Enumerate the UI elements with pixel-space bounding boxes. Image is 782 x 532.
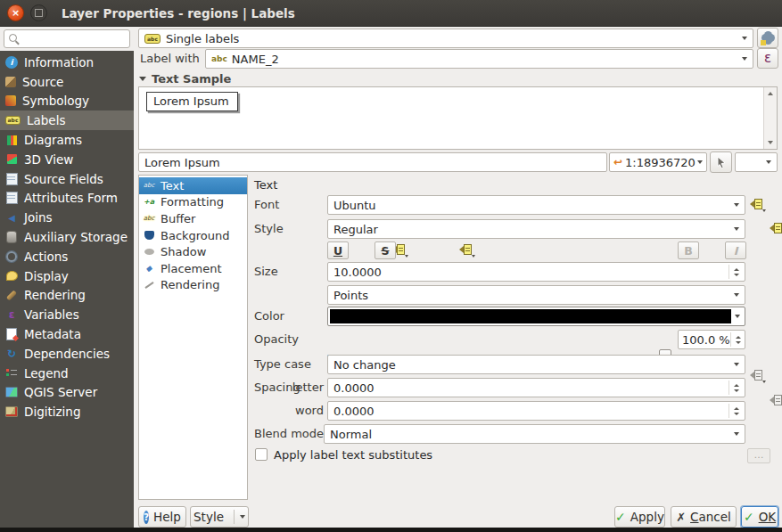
apply-button[interactable]: ✓ Apply [614, 506, 665, 528]
chevron-down-icon [734, 293, 739, 297]
sample-scrollbar[interactable] [763, 87, 777, 149]
close-window-button[interactable]: × [7, 4, 24, 21]
sidebar-item-attributes-form[interactable]: Attributes Form [0, 189, 134, 209]
sidebar-item-3d-view[interactable]: 3D View [0, 150, 134, 169]
sidebar-item-variables[interactable]: Variables [0, 305, 134, 324]
sidebar-item-source-fields[interactable]: Source Fields [0, 169, 134, 189]
preview-scale-select[interactable]: ↩ 1:18936720 [609, 152, 707, 172]
size-unit-select[interactable]: Points [327, 285, 745, 305]
attributes-form-icon [5, 192, 18, 204]
style-dd-button[interactable] [770, 222, 782, 236]
spin-arrows-icon[interactable] [728, 381, 739, 395]
maximize-window-button[interactable] [30, 4, 47, 21]
sidebar-item-digitizing[interactable]: Digitizing [0, 402, 134, 422]
opacity-dd-button[interactable] [750, 369, 766, 383]
expression-builder-button[interactable]: ε [757, 48, 778, 69]
sidebar-item-display[interactable]: Display [0, 266, 134, 286]
sample-text-input[interactable]: Lorem Ipsum [138, 152, 607, 172]
style-label: Style [254, 222, 284, 235]
blend-mode-select[interactable]: Normal [324, 424, 745, 444]
search-icon [9, 34, 17, 42]
tab-shadow[interactable]: Shadow [139, 243, 247, 260]
opacity-spinbox[interactable]: 100.0 % [678, 330, 745, 349]
chevron-down-icon [734, 363, 739, 366]
substitutes-more-button[interactable]: … [747, 448, 770, 463]
formatting-icon [143, 196, 155, 209]
variables-icon [5, 308, 18, 321]
text-color-button[interactable] [327, 307, 745, 326]
text-sample-section-header[interactable]: Text Sample [139, 72, 231, 86]
sidebar-item-information[interactable]: Information [0, 53, 134, 72]
sidebar-search [0, 27, 134, 51]
check-icon: ✓ [615, 511, 626, 523]
sidebar-item-legend[interactable]: Legend [0, 364, 134, 383]
font-style-select[interactable]: Regular [327, 219, 745, 239]
sidebar: Information Source Symbology Labels Diag… [0, 27, 134, 528]
tab-formatting[interactable]: Formatting [139, 194, 247, 211]
sidebar-item-symbology[interactable]: Symbology [0, 92, 134, 111]
font-select[interactable]: Ubuntu [327, 195, 745, 215]
content: abc Single labels Label with abc NAME_2 … [134, 27, 782, 528]
strikethrough-toggle[interactable]: S [375, 241, 396, 259]
text-icon [143, 179, 155, 192]
chevron-down-icon [697, 160, 703, 164]
size-spinbox[interactable]: 10.0000 [327, 262, 745, 282]
rendering-curve-icon [143, 279, 155, 291]
letter-label: letter [288, 381, 324, 394]
strikethrough-dd-button[interactable] [459, 243, 475, 258]
scroll-down-icon[interactable] [768, 141, 773, 144]
sidebar-item-actions[interactable]: Actions [0, 247, 134, 266]
tab-background[interactable]: Background [139, 227, 247, 244]
source-icon [5, 77, 16, 87]
spin-arrows-icon[interactable] [728, 404, 739, 418]
sidebar-item-diagrams[interactable]: Diagrams [0, 130, 134, 150]
sidebar-item-dependencies[interactable]: Dependencies [0, 344, 134, 364]
window-title: Layer Properties - regions | Labels [62, 6, 295, 20]
letter-spacing-spinbox[interactable]: 0.0000 [327, 378, 745, 397]
sidebar-item-qgis-server[interactable]: QGIS Server [0, 383, 134, 403]
help-button[interactable]: ? Help [138, 506, 186, 528]
set-scale-from-canvas-button[interactable] [710, 151, 732, 173]
tab-buffer[interactable]: Buffer [139, 210, 247, 227]
labels-icon [5, 116, 21, 125]
auxiliary-storage-icon [5, 231, 18, 243]
color-label: Color [254, 309, 284, 323]
sidebar-item-source[interactable]: Source [0, 72, 134, 92]
automated-placement-settings-button[interactable] [757, 28, 778, 48]
font-label: Font [254, 198, 279, 211]
underline-toggle[interactable]: U [327, 241, 349, 259]
window-bottom-border [0, 528, 782, 532]
color-swatch [330, 309, 731, 323]
string-field-icon: abc [211, 54, 227, 63]
font-dd-button[interactable] [750, 198, 766, 212]
type-case-dd-button[interactable] [770, 394, 782, 408]
sidebar-item-metadata[interactable]: Metadata [0, 324, 134, 344]
sidebar-nav: Information Source Symbology Labels Diag… [0, 51, 134, 422]
search-input[interactable] [4, 29, 130, 48]
chevron-down-icon [742, 37, 747, 40]
type-case-select[interactable]: No change [327, 355, 745, 374]
tab-text[interactable]: Text [139, 177, 247, 194]
label-with-field-select[interactable]: abc NAME_2 [205, 49, 753, 69]
word-spacing-spinbox[interactable]: 0.0000 [327, 401, 745, 421]
labeling-mode-select[interactable]: abc Single labels [138, 29, 753, 48]
italic-toggle[interactable]: I [725, 241, 746, 259]
style-menu-button[interactable]: Style [190, 506, 249, 528]
tab-rendering[interactable]: Rendering [139, 277, 247, 294]
tab-placement[interactable]: Placement [139, 260, 247, 277]
chevron-down-icon [734, 227, 739, 231]
sidebar-item-labels[interactable]: Labels [0, 110, 134, 130]
spin-arrows-icon[interactable] [728, 265, 739, 279]
sidebar-item-joins[interactable]: Joins [0, 208, 134, 227]
scroll-up-icon[interactable] [768, 92, 773, 95]
ok-button[interactable]: ✓ OK [741, 506, 778, 528]
apply-substitutes-checkbox[interactable] [255, 448, 268, 461]
cancel-button[interactable]: ✗ Cancel [671, 506, 737, 528]
sidebar-item-auxiliary-storage[interactable]: Auxiliary Storage [0, 227, 134, 247]
sidebar-item-rendering[interactable]: Rendering [0, 286, 134, 306]
font-preview-size-select[interactable] [735, 152, 778, 172]
information-icon [5, 56, 18, 69]
bold-toggle[interactable]: B [678, 241, 699, 259]
panel-title: Text [254, 178, 277, 192]
spin-arrows-icon[interactable] [730, 332, 741, 347]
